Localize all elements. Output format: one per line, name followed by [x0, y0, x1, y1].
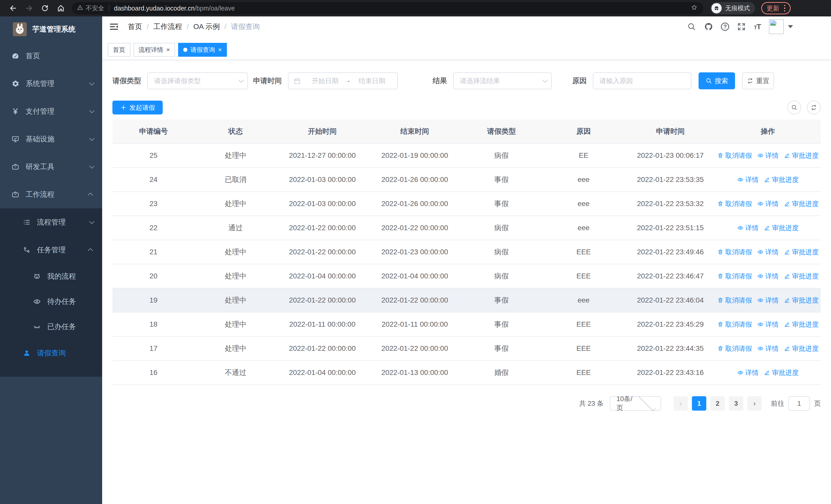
- detail-action-link[interactable]: 详情: [737, 224, 758, 233]
- apply-time-range-picker[interactable]: 开始日期 - 结束日期: [288, 72, 398, 89]
- breadcrumb: 首页 / 工作流程 / OA 示例 / 请假查询: [128, 22, 260, 32]
- fullscreen-icon[interactable]: [737, 22, 746, 31]
- briefcase-icon: [11, 163, 20, 171]
- avatar[interactable]: [769, 19, 784, 34]
- show-search-button[interactable]: [787, 100, 801, 114]
- search-button[interactable]: 搜索: [698, 72, 735, 89]
- page-size-select[interactable]: 10条/页: [610, 396, 661, 411]
- progress-action-link[interactable]: 审批进度: [784, 199, 819, 208]
- reset-button[interactable]: 重置: [742, 72, 774, 89]
- breadcrumb-item[interactable]: 首页: [128, 22, 142, 32]
- cancel-action-link[interactable]: 取消请假: [717, 199, 752, 208]
- cell-status: 通过: [195, 223, 277, 233]
- progress-action-link[interactable]: 审批进度: [784, 272, 819, 281]
- sidebar-item-done-tasks[interactable]: 已办任务: [0, 314, 102, 339]
- home-icon[interactable]: [56, 4, 65, 12]
- forward-icon[interactable]: [25, 4, 33, 12]
- table-row: 19处理中2022-01-22 00:00:002022-01-22 00:00…: [112, 289, 821, 313]
- reason-input[interactable]: [600, 77, 685, 85]
- sidebar-item-payment[interactable]: 支付管理: [0, 97, 102, 125]
- detail-action-link[interactable]: 详情: [757, 272, 779, 281]
- address-bar[interactable]: 不安全 dashboard.yudao.iocoder.cn/bpm/oa/le…: [72, 2, 703, 14]
- incognito-badge: 无痕模式: [710, 2, 755, 14]
- refresh-table-button[interactable]: [807, 100, 821, 114]
- github-icon[interactable]: [704, 22, 713, 31]
- sidebar-item-infra[interactable]: 基础设施: [0, 125, 102, 153]
- tab-process-detail[interactable]: 流程详情 ×: [134, 43, 175, 57]
- sidebar-item-todo-tasks[interactable]: 待办任务: [0, 289, 102, 314]
- progress-action-link[interactable]: 审批进度: [764, 224, 799, 233]
- sidebar-item-my-process[interactable]: 我的流程: [0, 264, 102, 289]
- bookmark-star-icon[interactable]: [690, 4, 698, 13]
- cancel-action-link[interactable]: 取消请假: [717, 296, 752, 305]
- sidebar-item-leave-query[interactable]: 请假查询: [0, 339, 102, 367]
- detail-action-link[interactable]: 详情: [757, 151, 779, 160]
- prev-page-button[interactable]: ‹: [674, 396, 688, 411]
- close-icon[interactable]: ×: [218, 47, 222, 53]
- detail-action-link[interactable]: 详情: [757, 344, 779, 353]
- table-row: 22通过2022-01-22 00:00:002022-01-22 00:00:…: [112, 216, 821, 240]
- table-row: 21处理中2022-01-22 00:00:002022-01-23 00:00…: [112, 240, 821, 264]
- cell-leave_type: 事假: [461, 344, 542, 353]
- progress-action-link[interactable]: 审批进度: [784, 320, 819, 329]
- update-label: 更新: [767, 4, 779, 12]
- close-icon[interactable]: ×: [166, 47, 170, 53]
- breadcrumb-item[interactable]: OA 示例: [194, 22, 220, 32]
- progress-action-link[interactable]: 审批进度: [784, 296, 819, 305]
- gear-icon: [11, 80, 20, 88]
- goto-page-input[interactable]: [789, 396, 810, 411]
- sidebar-item-task-mgmt[interactable]: 任务管理: [0, 236, 102, 264]
- tab-home[interactable]: 首页: [108, 43, 131, 57]
- progress-action-link[interactable]: 审批进度: [784, 344, 819, 353]
- search-icon[interactable]: [687, 22, 696, 31]
- sidebar-item-system[interactable]: 系统管理: [0, 70, 102, 97]
- help-icon[interactable]: ?: [721, 23, 729, 31]
- cell-leave_type: 病假: [461, 151, 542, 160]
- avatar-dropdown-icon[interactable]: [788, 25, 793, 28]
- cancel-action-link[interactable]: 取消请假: [717, 272, 752, 281]
- next-page-button[interactable]: ›: [747, 396, 762, 411]
- progress-action-link[interactable]: 审批进度: [784, 248, 819, 257]
- detail-action-link[interactable]: 详情: [737, 368, 758, 377]
- sidebar-item-process-mgmt[interactable]: 流程管理: [0, 208, 102, 236]
- sidebar-item-workflow[interactable]: 工作流程: [0, 181, 102, 208]
- page-button-2[interactable]: 2: [710, 396, 725, 411]
- incognito-icon: [711, 3, 722, 13]
- progress-action-link[interactable]: 审批进度: [764, 368, 799, 377]
- page-button-1[interactable]: 1: [692, 396, 706, 411]
- start-date-placeholder: 开始日期: [305, 77, 345, 85]
- page-button-3[interactable]: 3: [729, 396, 743, 411]
- create-leave-button[interactable]: 发起请假: [112, 100, 163, 114]
- column-header: 申请编号: [112, 126, 195, 136]
- cell-leave_type: 婚假: [461, 368, 542, 378]
- progress-action-link[interactable]: 审批进度: [764, 175, 799, 184]
- total-count: 共 23 条: [579, 399, 604, 408]
- sidebar-toggle-icon[interactable]: [109, 22, 119, 32]
- sidebar-item-devtools[interactable]: 研发工具: [0, 153, 102, 181]
- result-select[interactable]: 请选择流结果: [453, 72, 552, 89]
- detail-action-link[interactable]: 详情: [737, 175, 758, 184]
- cancel-action-link[interactable]: 取消请假: [717, 151, 752, 160]
- browser-update-button[interactable]: 更新: [761, 2, 791, 14]
- browser-menu-icon[interactable]: [784, 5, 785, 11]
- detail-action-link[interactable]: 详情: [757, 248, 779, 257]
- cell-status: 已取消: [195, 175, 277, 184]
- progress-action-link[interactable]: 审批进度: [784, 151, 819, 160]
- tab-leave-query[interactable]: 请假查询 ×: [178, 43, 227, 57]
- detail-action-link[interactable]: 详情: [757, 296, 779, 305]
- detail-action-link[interactable]: 详情: [757, 320, 779, 329]
- select-placeholder: 请选择请假类型: [154, 77, 239, 85]
- cancel-action-link[interactable]: 取消请假: [717, 248, 752, 257]
- cell-id: 24: [112, 176, 195, 184]
- cancel-action-link[interactable]: 取消请假: [717, 344, 752, 353]
- sidebar-item-home[interactable]: 首页: [0, 42, 102, 70]
- reload-icon[interactable]: [40, 4, 49, 12]
- font-size-icon[interactable]: TT: [754, 22, 761, 31]
- back-icon[interactable]: [9, 4, 18, 12]
- leave-type-select[interactable]: 请选择请假类型: [147, 72, 248, 89]
- briefcase-icon: [11, 190, 20, 199]
- detail-action-link[interactable]: 详情: [757, 199, 779, 208]
- breadcrumb-item[interactable]: 工作流程: [153, 22, 182, 32]
- cancel-action-link[interactable]: 取消请假: [717, 320, 752, 329]
- cell-end_time: 2022-01-22 00:00:00: [368, 345, 461, 353]
